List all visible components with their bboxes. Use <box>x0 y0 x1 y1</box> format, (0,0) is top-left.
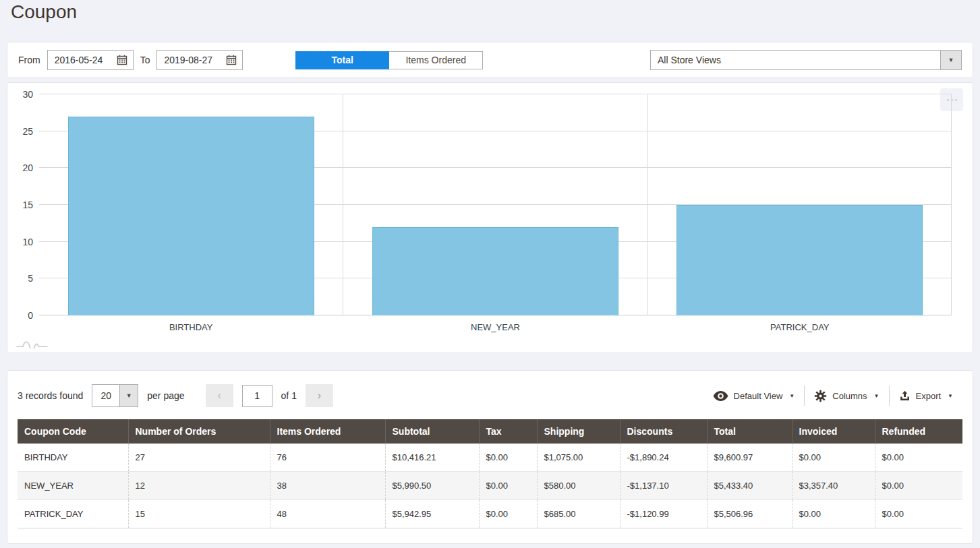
table-cell: 27 <box>128 444 270 472</box>
column-header-coupon-code[interactable]: Coupon Code <box>18 419 128 444</box>
table-cell: $3,357.40 <box>792 472 875 500</box>
column-header-total[interactable]: Total <box>707 419 792 444</box>
table-header-row: Coupon CodeNumber of OrdersItems Ordered… <box>18 419 962 444</box>
chart-section-birthday: BIRTHDAY <box>39 94 343 315</box>
previous-page-button[interactable]: ‹ <box>206 384 233 407</box>
chevron-down-icon: ▼ <box>789 393 795 399</box>
pagination-controls: 3 records found 20 ▼ per page ‹ of 1 › <box>18 384 333 407</box>
chevron-down-icon: ▼ <box>948 393 953 399</box>
table-cell: 48 <box>270 500 385 528</box>
table-cell: $5,506.96 <box>707 500 792 528</box>
amcharts-logo-icon[interactable] <box>16 338 55 348</box>
table-cell: $9,600.97 <box>707 444 792 472</box>
total-pages-label: of 1 <box>281 390 297 401</box>
to-label: To <box>140 55 150 65</box>
default-view-menu[interactable]: Default View ▼ <box>703 388 805 403</box>
date-range-filters: From To <box>18 50 243 70</box>
chevron-down-icon[interactable]: ▼ <box>119 385 138 406</box>
export-icon <box>899 390 911 402</box>
per-page-selected-value: 20 <box>92 385 119 406</box>
gear-icon <box>814 390 827 402</box>
from-date-input[interactable] <box>55 55 111 65</box>
calendar-icon[interactable] <box>117 55 127 65</box>
chart-bars: BIRTHDAYNEW_YEARPATRICK_DAY <box>39 94 952 315</box>
y-axis-tick-label: 15 <box>22 200 33 210</box>
eye-icon <box>713 391 728 401</box>
coupon-bar-chart: 051015202530 BIRTHDAYNEW_YEARPATRICK_DAY <box>7 82 973 353</box>
report-type-toggle: Total Items Ordered <box>295 51 483 69</box>
bar-birthday[interactable] <box>68 117 314 315</box>
per-page-label: per page <box>147 390 184 401</box>
table-cell: 15 <box>128 500 270 528</box>
column-header-items-ordered[interactable]: Items Ordered <box>270 419 385 444</box>
table-cell: $5,433.40 <box>707 472 792 500</box>
export-menu[interactable]: Export ▼ <box>890 388 963 403</box>
column-header-subtotal[interactable]: Subtotal <box>385 419 479 444</box>
column-header-refunded[interactable]: Refunded <box>875 419 962 444</box>
chevron-left-icon: ‹ <box>217 390 221 402</box>
coupon-report-table: Coupon CodeNumber of OrdersItems Ordered… <box>18 419 962 528</box>
table-row[interactable]: PATRICK_DAY1548$5,942.95$0.00$685.00-$1,… <box>18 500 962 528</box>
category-label: NEW_YEAR <box>343 322 647 332</box>
y-axis-tick-label: 30 <box>22 89 33 100</box>
table-cell: $5,942.95 <box>385 500 479 528</box>
to-date-input[interactable] <box>164 55 221 65</box>
table-cell: $1,075.00 <box>537 444 620 472</box>
per-page-select[interactable]: 20 ▼ <box>92 384 138 407</box>
table-cell: PATRICK_DAY <box>18 500 128 528</box>
table-row[interactable]: BIRTHDAY2776$10,416.21$0.00$1,075.00-$1,… <box>18 444 962 472</box>
table-cell: $0.00 <box>479 472 537 500</box>
bar-new_year[interactable] <box>372 227 618 315</box>
bar-patrick_day[interactable] <box>676 205 923 315</box>
table-cell: $0.00 <box>792 500 875 528</box>
column-header-number-of-orders[interactable]: Number of Orders <box>128 419 270 444</box>
table-cell: $0.00 <box>792 444 875 472</box>
columns-menu[interactable]: Columns ▼ <box>805 388 888 403</box>
grid-toolbar: 3 records found 20 ▼ per page ‹ of 1 › <box>7 371 973 419</box>
chevron-down-icon: ▼ <box>874 393 880 399</box>
table-cell: $0.00 <box>875 500 962 528</box>
table-cell: 12 <box>128 472 270 500</box>
column-header-shipping[interactable]: Shipping <box>537 419 620 444</box>
table-cell: $5,990.50 <box>385 472 479 500</box>
table-cell: $685.00 <box>537 500 620 528</box>
report-grid: 3 records found 20 ▼ per page ‹ of 1 › <box>7 370 973 544</box>
from-date-box <box>47 50 134 70</box>
next-page-button[interactable]: › <box>306 384 333 407</box>
table-row[interactable]: NEW_YEAR1238$5,990.50$0.00$580.00-$1,137… <box>18 472 962 500</box>
table-cell: $10,416.21 <box>385 444 479 472</box>
table-cell: 76 <box>270 444 385 472</box>
to-date-box <box>156 50 243 70</box>
column-header-discounts[interactable]: Discounts <box>620 419 707 444</box>
records-found-text: 3 records found <box>18 390 83 401</box>
column-header-tax[interactable]: Tax <box>479 419 537 444</box>
table-cell: -$1,137.10 <box>620 472 707 500</box>
table-cell: -$1,890.24 <box>620 444 707 472</box>
category-label: BIRTHDAY <box>39 322 343 332</box>
table-cell: 38 <box>270 472 385 500</box>
table-cell: NEW_YEAR <box>18 472 128 500</box>
from-label: From <box>18 55 40 65</box>
y-axis-tick-label: 20 <box>22 162 33 173</box>
chart-right-border <box>951 94 952 315</box>
filter-bar: From To <box>7 42 973 78</box>
category-label: PATRICK_DAY <box>648 322 952 332</box>
store-view-select[interactable]: All Store Views ▼ <box>650 50 962 70</box>
y-axis-tick-label: 5 <box>28 273 33 284</box>
toggle-total-button[interactable]: Total <box>295 51 389 69</box>
chart-plot-area: 051015202530 BIRTHDAYNEW_YEARPATRICK_DAY <box>39 94 952 315</box>
current-page-input[interactable] <box>242 385 272 407</box>
table-cell: BIRTHDAY <box>18 444 128 472</box>
chevron-down-icon[interactable]: ▼ <box>940 51 961 69</box>
table-cell: $580.00 <box>537 472 620 500</box>
columns-label: Columns <box>832 391 867 401</box>
grid-actions: Default View ▼ <box>703 386 962 406</box>
coupon-report-page: Coupon From <box>0 0 980 544</box>
y-axis-tick-label: 25 <box>22 126 33 137</box>
table-cell: $0.00 <box>479 444 537 472</box>
default-view-label: Default View <box>734 391 783 401</box>
calendar-icon[interactable] <box>226 55 237 65</box>
column-header-invoiced[interactable]: Invoiced <box>792 419 875 444</box>
toggle-items-ordered-button[interactable]: Items Ordered <box>389 51 483 69</box>
export-label: Export <box>916 391 942 401</box>
